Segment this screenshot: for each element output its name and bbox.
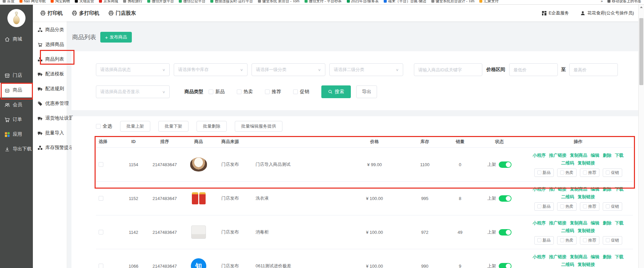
action-link[interactable]: 小程序: [533, 220, 546, 226]
keyword-input[interactable]: [414, 63, 482, 76]
bookmark-item[interactable]: 京东商城: [99, 0, 118, 4]
action-link[interactable]: 删除: [603, 186, 611, 192]
max-price-input[interactable]: [569, 63, 618, 76]
tag-toggle-button[interactable]: 新品: [534, 169, 554, 177]
action-link[interactable]: 下载: [615, 186, 624, 192]
action-link[interactable]: 复制商品: [570, 254, 587, 260]
action-link[interactable]: 小程序: [533, 152, 546, 158]
publish-product-button[interactable]: + 发布商品: [100, 32, 132, 43]
select-product-status[interactable]: 请选择商品状态∨: [96, 63, 170, 76]
action-link[interactable]: 二维码: [561, 262, 574, 268]
action-link[interactable]: 下载: [615, 152, 624, 158]
action-link[interactable]: 下载: [615, 220, 624, 226]
batch-edit-service-button[interactable]: 批量编辑服务提供: [235, 121, 282, 132]
submenu-item-batch-import[interactable]: 批量导入: [33, 126, 67, 140]
action-link[interactable]: 复制商品: [570, 186, 587, 192]
select-category-level2[interactable]: 请选择二级分类∨: [329, 63, 403, 76]
batch-delete-button[interactable]: 批量删除: [197, 121, 227, 132]
action-link[interactable]: 复制链接: [578, 194, 595, 200]
action-link[interactable]: 二维码: [561, 160, 574, 166]
status-toggle[interactable]: [499, 161, 512, 168]
scrollbar-up-arrow[interactable]: [639, 5, 644, 10]
tag-toggle-button[interactable]: 促销: [603, 236, 622, 245]
type-checkbox-hot[interactable]: 热卖: [237, 89, 253, 95]
row-checkbox[interactable]: [99, 162, 103, 167]
submenu-item-goods-list[interactable]: 商品列表: [33, 52, 67, 67]
nav-printer[interactable]: 打印机: [40, 10, 63, 16]
action-link[interactable]: 推广链接: [549, 186, 567, 192]
user-account[interactable]: 花花食府(公众号操作员): [580, 10, 634, 16]
bookmark-item[interactable]: 淘宝购物: [51, 0, 70, 4]
bookmark-item[interactable]: 汇聚支付: [479, 0, 498, 4]
sidebar-item-store[interactable]: 门店: [0, 68, 33, 83]
nav-store-shareholder[interactable]: 门店股东: [108, 10, 136, 16]
tag-toggle-button[interactable]: 促销: [603, 202, 622, 211]
submenu-item-stock-warning[interactable]: 库存预警提示: [33, 140, 67, 155]
row-checkbox[interactable]: [99, 230, 103, 234]
submenu-item-delivery-rules[interactable]: 配送规则: [33, 81, 67, 96]
action-link[interactable]: 删除: [603, 254, 611, 260]
service-entry[interactable]: E企盈服务: [542, 10, 569, 16]
action-link[interactable]: 编辑: [591, 186, 599, 192]
sidebar-item-goods[interactable]: 商品: [0, 83, 33, 97]
action-link[interactable]: 小程序: [533, 254, 546, 260]
submenu-item-delivery-template[interactable]: 配送模板: [33, 67, 67, 81]
tag-toggle-button[interactable]: 热卖: [557, 202, 577, 211]
bookmark-item[interactable]: 百度: [3, 0, 14, 4]
bookmark-item[interactable]: 健全系统后台设计 - Tim: [431, 0, 475, 4]
status-toggle[interactable]: [499, 229, 512, 236]
action-link[interactable]: 下载: [615, 254, 624, 260]
row-checkbox[interactable]: [99, 264, 103, 268]
tag-toggle-button[interactable]: 新品: [534, 236, 554, 245]
export-button[interactable]: 导出: [356, 85, 377, 98]
action-link[interactable]: 编辑: [591, 220, 599, 226]
sidebar-item-members[interactable]: 会员: [0, 97, 33, 112]
nav-multi-printer[interactable]: 多打印机: [72, 10, 99, 16]
bookmark-item[interactable]: 微信支付 - 平台秒杀: [305, 0, 342, 4]
action-link[interactable]: 复制链接: [578, 228, 595, 234]
action-link[interactable]: 删除: [603, 220, 611, 226]
tag-toggle-button[interactable]: 推荐: [580, 202, 599, 211]
select-stock-on-sale[interactable]: 请选择售中库存∨: [174, 63, 248, 76]
action-link[interactable]: 复制链接: [578, 160, 595, 166]
bookmark-item[interactable]: 数据连接实时·运行平台: [210, 0, 253, 4]
sidebar-item-export-download[interactable]: 导出下载: [0, 142, 33, 156]
tag-toggle-button[interactable]: 热卖: [557, 236, 577, 245]
action-link[interactable]: 二维码: [561, 228, 574, 234]
action-link[interactable]: 删除: [603, 152, 611, 158]
tag-toggle-button[interactable]: 新品: [534, 202, 554, 211]
status-toggle[interactable]: [499, 195, 512, 202]
min-price-input[interactable]: [509, 63, 558, 76]
bookmark-item[interactable]: 携程旅行: [123, 0, 142, 4]
action-link[interactable]: 小程序: [533, 186, 546, 192]
tag-toggle-button[interactable]: 促销: [603, 169, 622, 177]
tag-toggle-button[interactable]: 推荐: [580, 236, 599, 245]
batch-on-shelf-button[interactable]: 批量上架: [120, 121, 150, 132]
vertical-scrollbar[interactable]: [638, 5, 644, 268]
bookmark-item[interactable]: 微信开放平台: [147, 0, 174, 4]
action-link[interactable]: 编辑: [591, 254, 599, 260]
bookmarks-overflow-chevron[interactable]: »: [601, 0, 603, 3]
bookmark-item[interactable]: 2021年台/服务表: [347, 0, 379, 4]
device-bookmarks[interactable]: 移动设备上的书签: [607, 0, 641, 4]
submenu-item-return-address[interactable]: 退货地址设置: [33, 111, 67, 126]
scrollbar-thumb[interactable]: [639, 18, 643, 85]
bookmark-item[interactable]: 微信公众平台: [179, 0, 205, 4]
submenu-item-select-goods[interactable]: 选择商品: [33, 37, 67, 52]
bookmark-item[interactable]: 天猫直营: [75, 0, 94, 4]
tag-toggle-button[interactable]: 推荐: [580, 169, 599, 177]
bookmark-item[interactable]: 健全系统 新后台 - Tom: [258, 0, 300, 4]
search-button[interactable]: 搜索: [321, 85, 351, 98]
sidebar-item-apps[interactable]: 应用: [0, 127, 33, 142]
tag-toggle-button[interactable]: 热卖: [557, 169, 577, 177]
select-all[interactable]: 全选: [96, 123, 112, 129]
select-category-level1[interactable]: 请选择一级分类∨: [252, 63, 325, 76]
action-link[interactable]: 复制商品: [570, 152, 587, 158]
row-checkbox[interactable]: [99, 196, 103, 201]
bookmark-item[interactable]: 福末（平台）台账·侧边: [384, 0, 426, 4]
action-link[interactable]: 推广链接: [549, 254, 567, 260]
type-checkbox-new[interactable]: 新品: [209, 89, 225, 95]
action-link[interactable]: 推广链接: [549, 220, 567, 226]
action-link[interactable]: 推广链接: [549, 152, 567, 158]
bookmark-item[interactable]: hao 网址导航: [19, 0, 46, 4]
